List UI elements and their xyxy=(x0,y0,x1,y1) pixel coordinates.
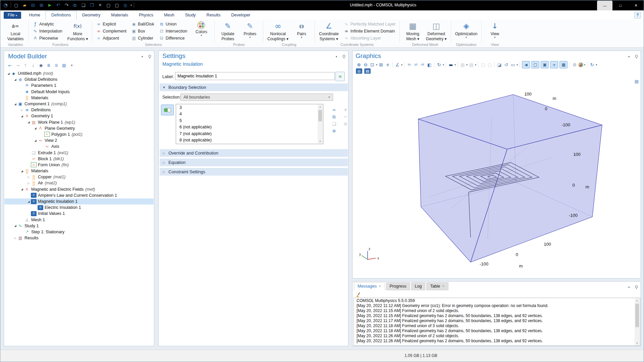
scroll-up-icon[interactable]: ∧ xyxy=(635,298,640,303)
tab-home[interactable]: Home xyxy=(24,11,46,19)
update-probes-button[interactable]: ✎UpdateProbes xyxy=(217,20,239,42)
model-tree-options-icon[interactable]: ▤ xyxy=(61,62,67,68)
active-selection-toggle[interactable] xyxy=(161,105,174,115)
deselect-frame-icon[interactable]: ▢ xyxy=(487,62,493,68)
infinite-element-domain-button[interactable]: ∞Infinite Element Domain xyxy=(342,27,397,35)
tree-item-study-1[interactable]: ◢∿Study 1 xyxy=(4,223,154,229)
tab-materials[interactable]: Materials xyxy=(106,11,133,19)
expanded-expander-icon[interactable]: ◢ xyxy=(33,127,38,130)
tree-item-view-2[interactable]: ◢xyView 2 xyxy=(4,137,154,143)
tree-item-magnetic-insulation-1[interactable]: ◢DMagnetic Insulation 1 xyxy=(4,198,154,204)
paste-selection-button[interactable]: ❏ xyxy=(331,121,337,127)
expanded-expander-icon[interactable]: ◢ xyxy=(20,115,24,118)
view-button[interactable]: ↓View▾ xyxy=(484,20,506,42)
expanded-expander-icon[interactable]: ◢ xyxy=(33,139,38,142)
delete-icon[interactable]: ✕ xyxy=(97,1,103,9)
view-xz-icon[interactable]: xz xyxy=(420,62,426,68)
scroll-up-icon[interactable]: ∧ xyxy=(318,105,323,109)
scroll-thumb[interactable] xyxy=(318,110,322,121)
label-input[interactable] xyxy=(175,72,335,80)
boundary-list-item[interactable]: 8 (not applicable) xyxy=(176,137,323,144)
adjacent-button[interactable]: ∞Adjacent xyxy=(94,35,128,42)
rename-button[interactable]: ≡ xyxy=(335,72,345,81)
section-constraint-settings[interactable]: ▷ Constraint Settings xyxy=(160,168,348,176)
absorbing-layer-button[interactable]: ≈Absorbing Layer xyxy=(342,35,397,42)
expanded-expander-icon[interactable]: ◢ xyxy=(6,72,11,75)
clear-log-icon[interactable] xyxy=(356,292,361,298)
boundary-list[interactable]: 3456 (not applicable)7 (not applicable)8… xyxy=(176,104,323,144)
boundary-list-item[interactable]: 4 xyxy=(176,111,323,118)
minimize-button[interactable]: — xyxy=(597,1,612,11)
select-box-icon[interactable]: ▢ xyxy=(105,1,112,9)
paste-icon[interactable]: ❏ xyxy=(80,1,87,9)
collapsed-expander-icon[interactable]: ▷ xyxy=(20,109,24,112)
tree-item-geometry-1[interactable]: ◢ΛGeometry 1 xyxy=(4,113,154,119)
perfectly-matched-layer-button[interactable]: ∿Perfectly Matched Layer xyxy=(342,20,397,27)
analytic-button[interactable]: ƒAnalytic xyxy=(31,20,64,27)
print-icon[interactable]: ▤ xyxy=(364,68,371,74)
help-button[interactable]: ? xyxy=(634,12,641,18)
show-box-toggle[interactable]: ▣ xyxy=(541,61,549,68)
view-yz-icon[interactable]: yz xyxy=(413,62,419,68)
panel-menu-icon[interactable]: ▾ xyxy=(333,54,339,60)
tree-item-default-model-inputs[interactable]: ◆Default Model Inputs xyxy=(4,89,154,95)
tree-item-copper[interactable]: ▷⣿Copper(mat1) xyxy=(4,174,154,180)
difference-button[interactable]: ⊟Difference xyxy=(157,35,189,42)
transparency-icon[interactable]: ◪ xyxy=(496,62,502,68)
deselect-box-icon[interactable]: ▢ xyxy=(114,1,120,9)
tab-definitions[interactable]: Definitions xyxy=(46,11,76,19)
rotate-icon[interactable]: ↻ xyxy=(436,62,442,68)
redo-icon[interactable]: ↷ xyxy=(63,1,70,9)
copy-icon[interactable]: ⧉ xyxy=(72,1,78,9)
expanded-expander-icon[interactable]: ◢ xyxy=(26,200,31,203)
moving-mesh-button[interactable]: ▦MovingMesh ▾ xyxy=(402,20,424,42)
section-override-and-contribution[interactable]: ▷ Override and Contribution xyxy=(160,149,348,157)
tree-item-amp-re-s-law-and-current-conservation-1[interactable]: DAmpère's Law and Current Conservation 1 xyxy=(4,192,154,198)
update-plot-icon[interactable]: ↻ xyxy=(589,62,595,68)
orthographic-icon[interactable]: ◧ xyxy=(426,62,432,68)
expanded-expander-icon[interactable]: ◢ xyxy=(13,224,17,227)
union-button[interactable]: ⧉Union xyxy=(157,20,189,27)
close-button[interactable]: ✕ xyxy=(628,0,644,10)
log-output[interactable]: COMSOL Multiphysics 5.5.0.359[May 20, 20… xyxy=(354,298,640,346)
zoom-to-selection-button[interactable]: ⊕ xyxy=(331,128,337,134)
run-icon[interactable]: ▶ xyxy=(47,1,53,9)
tab-study[interactable]: Study xyxy=(180,11,201,19)
tree-item-global-definitions[interactable]: ◢⊕Global Definitions xyxy=(4,76,154,82)
tree-item-parameters-1[interactable]: PiParameters 1 xyxy=(4,82,154,88)
pin-icon[interactable] xyxy=(635,285,638,289)
intersection-button[interactable]: ⊡Intersection xyxy=(157,27,189,35)
explicit-button[interactable]: ∞Explicit xyxy=(94,20,128,27)
tree-item-block-1[interactable]: ▱Block 1(blk1) xyxy=(4,156,154,162)
tree-item-extrude-1[interactable]: ❏Extrude 1(ext1) xyxy=(4,149,154,156)
box-button[interactable]: ▣Box xyxy=(129,27,156,35)
show-grid-toggle[interactable]: ▦ xyxy=(559,61,568,68)
move-down-icon[interactable]: ↓ xyxy=(30,62,37,68)
view-xy-icon[interactable]: xy xyxy=(406,62,412,68)
interpolation-button[interactable]: ∿Interpolation xyxy=(31,27,64,35)
hide-object-icon[interactable]: ⊘ xyxy=(572,62,578,68)
show-icon[interactable]: ◉ xyxy=(38,62,44,68)
panel-menu-icon[interactable]: ▾ xyxy=(139,54,145,60)
save-icon[interactable]: ⊟ xyxy=(30,1,36,9)
tree-item-initial-values-1[interactable]: DInitial Values 1 xyxy=(4,210,154,217)
boundary-list-item[interactable]: 3 xyxy=(176,104,323,111)
material-color-icon[interactable] xyxy=(578,62,583,67)
move-up-icon[interactable]: ↑ xyxy=(22,62,29,68)
maximize-button[interactable]: □ xyxy=(613,0,628,10)
reset-hiding-icon[interactable]: ↺ xyxy=(503,62,509,68)
tab-messages[interactable]: Messages✕ xyxy=(354,282,385,290)
forward-icon[interactable]: → xyxy=(14,62,21,68)
tree-item-step-1-stationary[interactable]: ↗Step 1: Stationary xyxy=(4,229,154,235)
tree-item-axis[interactable]: xyAxis xyxy=(4,143,154,149)
boundary-list-item[interactable]: 6 (not applicable) xyxy=(176,124,323,131)
tree-item-results[interactable]: ▷▥Results xyxy=(4,235,154,241)
view-options-icon[interactable]: ▭ xyxy=(510,62,516,68)
paste-duplicate-icon[interactable]: ❐ xyxy=(89,1,95,9)
scrollbar[interactable]: ∧∨ xyxy=(635,298,640,345)
collapse-all-icon[interactable]: ≣ xyxy=(45,62,52,68)
selection-dropdown[interactable]: All boundaries ▼ xyxy=(180,94,333,101)
tree-item-plane-geometry[interactable]: ◢ΛPlane Geometry xyxy=(4,125,154,131)
tree-item-magnetic-and-electric-fields[interactable]: ◢∩Magnetic and Electric Fields(mef) xyxy=(4,186,154,192)
zoom-in-icon[interactable]: ⊕ xyxy=(356,62,362,68)
